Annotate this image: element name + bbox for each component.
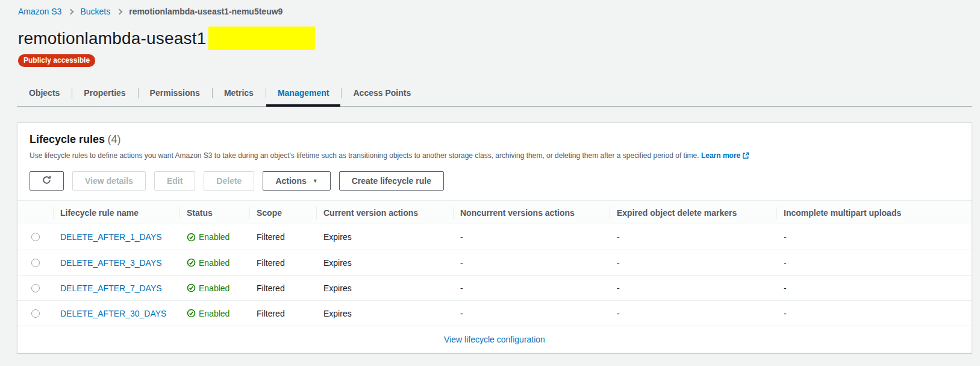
scope-cell: Filtered bbox=[250, 309, 317, 318]
delete-button[interactable]: Delete bbox=[204, 171, 254, 191]
column-header-status: Status bbox=[180, 201, 250, 225]
noncurrent-versions-actions-cell: - bbox=[610, 309, 777, 318]
table-row: DELETE_AFTER_3_DAYS Enabled Filtered Exp… bbox=[17, 250, 972, 275]
chevron-right-icon bbox=[117, 8, 123, 14]
refresh-icon bbox=[42, 175, 52, 187]
page-content: Amazon S3 Buckets remotionlambda-useast1… bbox=[17, 0, 972, 353]
rule-name-link[interactable]: DELETE_AFTER_30_DAYS bbox=[60, 309, 166, 318]
external-link-icon bbox=[742, 152, 749, 162]
edit-button[interactable]: Edit bbox=[154, 171, 195, 191]
row-radio[interactable] bbox=[31, 259, 40, 267]
caret-down-icon: ▼ bbox=[313, 178, 318, 184]
row-radio[interactable] bbox=[31, 309, 40, 318]
status-text: Enabled bbox=[199, 232, 229, 242]
noncurrent-versions-actions-cell: - bbox=[454, 258, 610, 268]
expired-object-delete-markers-cell: - bbox=[610, 258, 777, 268]
page-title: remotionlambda-useast1 bbox=[18, 29, 207, 48]
breadcrumb-current-bucket: remotionlambda-useast1-nemu5teuw9 bbox=[129, 7, 282, 16]
status-badge: Enabled bbox=[180, 309, 250, 318]
current-version-actions-cell: Expires bbox=[317, 258, 454, 268]
breadcrumb: Amazon S3 Buckets remotionlambda-useast1… bbox=[18, 0, 972, 16]
expired-object-delete-markers-cell: - bbox=[610, 283, 777, 293]
view-lifecycle-configuration-link[interactable]: View lifecycle configuration bbox=[444, 335, 545, 344]
actions-dropdown-button[interactable]: Actions ▼ bbox=[263, 171, 330, 191]
create-lifecycle-rule-button[interactable]: Create lifecycle rule bbox=[339, 171, 444, 191]
actions-label: Actions bbox=[275, 176, 306, 186]
bucket-tabs: Objects Properties Permissions Metrics M… bbox=[17, 80, 972, 107]
table-row: DELETE_AFTER_30_DAYS Enabled Filtered Ex… bbox=[17, 300, 972, 326]
incomplete-multipart-uploads-cell: - bbox=[777, 258, 972, 268]
row-radio[interactable] bbox=[31, 233, 40, 241]
tab-access-points[interactable]: Access Points bbox=[341, 80, 423, 106]
incomplete-multipart-uploads-cell: - bbox=[777, 283, 972, 293]
panel-description: Use lifecycle rules to define actions yo… bbox=[30, 151, 960, 162]
rule-name-link[interactable]: DELETE_AFTER_3_DAYS bbox=[60, 258, 162, 268]
breadcrumb-amazon-s3[interactable]: Amazon S3 bbox=[18, 7, 61, 16]
tab-management[interactable]: Management bbox=[266, 80, 342, 106]
table-row: DELETE_AFTER_7_DAYS Enabled Filtered Exp… bbox=[17, 275, 972, 300]
learn-more-link[interactable]: Learn more bbox=[701, 151, 749, 160]
rule-name-link[interactable]: DELETE_AFTER_7_DAYS bbox=[60, 283, 162, 293]
table-header-row: Lifecycle rule name Status Scope Current… bbox=[17, 200, 972, 224]
status-badge: Enabled bbox=[180, 283, 250, 293]
scope-cell: Filtered bbox=[250, 258, 317, 268]
title-row: remotionlambda-useast1 bbox=[18, 27, 972, 50]
panel-header: Lifecycle rules (4) Use lifecycle rules … bbox=[17, 123, 972, 200]
column-header-current-version-actions: Current version actions bbox=[317, 201, 454, 225]
column-header-incomplete-multipart-uploads: Incomplete multipart uploads bbox=[777, 201, 972, 225]
lifecycle-rules-panel: Lifecycle rules (4) Use lifecycle rules … bbox=[17, 122, 972, 353]
current-version-actions-cell: Expires bbox=[317, 232, 454, 242]
status-text: Enabled bbox=[199, 283, 229, 293]
status-text: Enabled bbox=[199, 309, 229, 318]
status-badge: Enabled bbox=[180, 232, 250, 242]
column-header-noncurrent-versions-actions: Noncurrent versions actions bbox=[454, 201, 610, 225]
row-radio[interactable] bbox=[31, 284, 40, 292]
check-circle-icon bbox=[187, 258, 196, 267]
column-header-expired-object-delete-markers: Expired object delete markers bbox=[610, 201, 777, 225]
learn-more-label: Learn more bbox=[701, 151, 740, 160]
check-circle-icon bbox=[187, 309, 196, 318]
panel-count: (4) bbox=[108, 133, 121, 145]
noncurrent-versions-actions-cell: - bbox=[454, 232, 610, 242]
status-text: Enabled bbox=[199, 258, 229, 268]
status-badge: Enabled bbox=[180, 258, 250, 268]
incomplete-multipart-uploads-cell: - bbox=[777, 309, 972, 318]
table-toolbar: View details Edit Delete Actions ▼ Creat… bbox=[30, 171, 960, 191]
expired-object-delete-markers-cell: - bbox=[610, 232, 777, 242]
panel-footer: View lifecycle configuration bbox=[17, 326, 972, 353]
view-details-button[interactable]: View details bbox=[72, 171, 146, 191]
panel-description-text: Use lifecycle rules to define actions yo… bbox=[30, 151, 699, 160]
current-version-actions-cell: Expires bbox=[317, 283, 454, 293]
table-row: DELETE_AFTER_1_DAYS Enabled Filtered Exp… bbox=[17, 224, 972, 250]
tab-properties[interactable]: Properties bbox=[72, 80, 137, 106]
lifecycle-rules-table: Lifecycle rule name Status Scope Current… bbox=[17, 200, 972, 326]
scope-cell: Filtered bbox=[250, 283, 317, 293]
noncurrent-versions-actions-cell: - bbox=[454, 283, 610, 293]
tab-permissions[interactable]: Permissions bbox=[138, 80, 212, 106]
tab-objects[interactable]: Objects bbox=[17, 80, 72, 106]
rule-name-link[interactable]: DELETE_AFTER_1_DAYS bbox=[60, 232, 162, 242]
tab-metrics[interactable]: Metrics bbox=[212, 80, 266, 106]
column-header-radio bbox=[17, 201, 54, 225]
scope-cell: Filtered bbox=[250, 232, 317, 242]
incomplete-multipart-uploads-cell: - bbox=[777, 232, 972, 242]
redaction-highlight bbox=[208, 27, 315, 50]
check-circle-icon bbox=[187, 283, 196, 292]
chevron-right-icon bbox=[68, 8, 74, 14]
check-circle-icon bbox=[187, 233, 196, 242]
column-header-scope: Scope bbox=[250, 201, 317, 225]
breadcrumb-buckets[interactable]: Buckets bbox=[80, 7, 110, 16]
refresh-button[interactable] bbox=[30, 171, 64, 191]
expired-object-delete-markers-cell: - bbox=[454, 309, 610, 318]
publicly-accessible-badge: Publicly accessible bbox=[18, 54, 95, 67]
column-header-rule-name: Lifecycle rule name bbox=[54, 201, 180, 225]
panel-title: Lifecycle rules bbox=[30, 133, 105, 145]
current-version-actions-cell: Expires bbox=[317, 309, 454, 318]
